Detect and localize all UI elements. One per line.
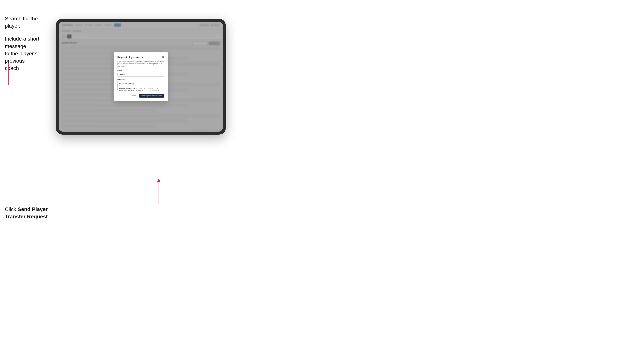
player-input[interactable] [118, 72, 164, 77]
step3-text: Click Send Player Transfer Request [5, 206, 54, 220]
tablet-device: Update Roster [56, 19, 226, 135]
send-transfer-button[interactable]: Send Player Transfer Request [139, 94, 164, 98]
player-label: Player [118, 70, 164, 71]
modal-header: Request player transfer ✕ [118, 56, 164, 58]
step2-text: Include a short message to the player's … [5, 35, 54, 72]
message-label: Message [118, 78, 164, 80]
transfer-modal: Request player transfer ✕ If the player … [114, 52, 168, 102]
modal-overlay: Request player transfer ✕ If the player … [59, 22, 223, 132]
modal-description: If the player is transferring from anoth… [118, 60, 164, 67]
close-icon[interactable]: ✕ [162, 56, 164, 58]
svg-marker-6 [157, 179, 160, 182]
message-textarea[interactable]: Hi Coach McHarg, Please accept this tran… [118, 81, 164, 91]
modal-footer: Cancel Send Player Transfer Request [118, 94, 164, 98]
modal-title: Request player transfer [118, 56, 144, 58]
cancel-button[interactable]: Cancel [129, 94, 138, 97]
instruction-area: Search for the player. Include a short m… [5, 15, 54, 72]
tablet-screen: Update Roster [59, 22, 223, 132]
step1-text: Search for the player. [5, 15, 54, 29]
